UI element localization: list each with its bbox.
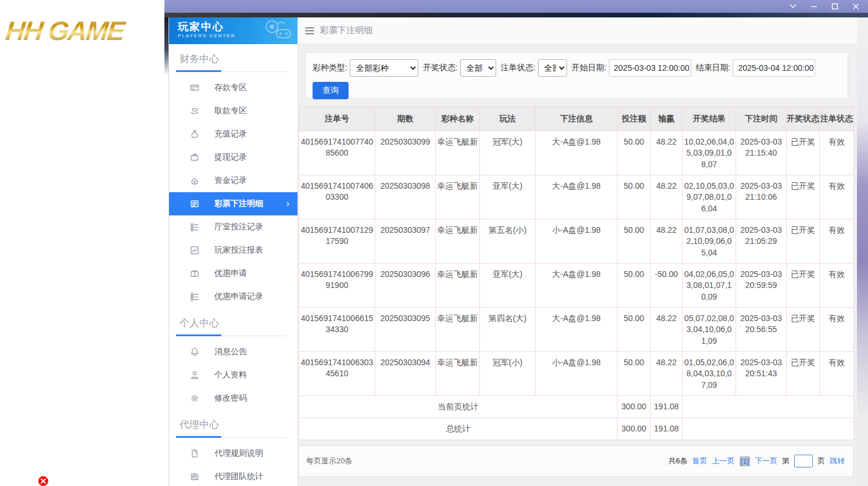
column-header: 注单状态 xyxy=(820,107,854,131)
section-title: 代理中心 xyxy=(169,418,297,432)
table-cell: 2025-03-03 21:10:06 xyxy=(736,175,787,219)
person-icon xyxy=(190,370,199,380)
table-cell: 有效 xyxy=(820,352,854,396)
moneybag-icon xyxy=(190,129,199,139)
section-items: 消息公告 › 个人资料 › 修改密码 › xyxy=(169,340,297,410)
sidebar-item-label: 资金记录 xyxy=(214,175,247,186)
table-cell: 大-A盘@1.98 xyxy=(536,175,618,219)
table-cell: 已开奖 xyxy=(787,264,820,308)
sidebar-item[interactable]: 优惠申请记录 › xyxy=(169,285,297,308)
table-row: 40156917410067999190020250303096幸运飞艇新亚军(… xyxy=(299,264,854,308)
summary-row: 当前页统计300.00191.08 xyxy=(299,396,854,418)
section-items: 代理规则说明 › 代理团队统计 › xyxy=(169,442,297,486)
sidebar-item[interactable]: 充值记录 › xyxy=(169,123,297,146)
table-cell: 401569174100661534330 xyxy=(299,308,375,352)
sidebar-item[interactable]: 厅室投注记录 › xyxy=(169,215,297,239)
first-page-link[interactable]: 首页 xyxy=(693,456,708,466)
table-cell: 已开奖 xyxy=(787,219,820,264)
sidebar-item[interactable]: 修改密码 › xyxy=(169,387,297,410)
table-cell: 冠军(小) xyxy=(480,352,536,396)
table-cell: 401569174100712917590 xyxy=(299,219,375,264)
chevron-right-icon: › xyxy=(286,192,289,215)
content-topbar: 彩票下注明细 xyxy=(298,17,857,44)
sidebar-item[interactable]: 个人资料 › xyxy=(169,363,297,387)
sidebar-item[interactable]: 取款专区 › xyxy=(169,99,297,123)
column-header: 期数 xyxy=(375,107,436,131)
error-close-icon[interactable] xyxy=(38,476,48,486)
table-cell: 有效 xyxy=(820,219,854,264)
table-cell: -50.00 xyxy=(651,264,683,308)
window-frame-right xyxy=(857,17,868,486)
purse-icon xyxy=(190,153,199,162)
sidebar-item[interactable]: 玩家投注报表 › xyxy=(169,239,297,262)
jump-suffix-text: 页 xyxy=(817,456,825,466)
maximize-icon[interactable] xyxy=(831,2,839,10)
minimize-icon[interactable] xyxy=(810,2,818,10)
table-cell: 20250303094 xyxy=(375,352,436,396)
sidebar-item[interactable]: 存款专区 › xyxy=(169,76,297,99)
summary-row: 总统计300.00191.08 xyxy=(299,418,854,440)
order-status-select[interactable]: 全部 xyxy=(538,59,567,77)
jump-button[interactable]: 跳转 xyxy=(830,456,845,466)
sidebar-item-label: 提现记录 xyxy=(214,152,247,163)
table-cell: 冠军(大) xyxy=(480,131,536,175)
window-frame-left xyxy=(164,17,168,75)
sidebar-header: 玩家中心 PLAYERS CENTER xyxy=(169,17,297,44)
table-cell: 有效 xyxy=(820,264,854,308)
sidebar-item[interactable]: 代理规则说明 › xyxy=(169,442,297,465)
sidebar-item[interactable]: 彩票下注明细 › xyxy=(169,192,297,215)
sidebar-item-label: 个人资料 xyxy=(214,370,247,380)
close-icon[interactable] xyxy=(852,2,860,10)
prev-page-link[interactable]: 上一页 xyxy=(712,456,735,466)
sidebar-item-label: 取款专区 xyxy=(214,106,247,116)
sidebar-item-label: 优惠申请 xyxy=(214,268,247,279)
summary-label: 总统计 xyxy=(299,418,618,440)
section-title: 个人中心 xyxy=(169,316,297,330)
table-cell: 02,10,05,03,09,07,08,01,06,04 xyxy=(683,175,736,219)
sidebar-section: 财务中心 存款专区 › 取款专区 › 充值记录 › 提现记录 › 资金记录 › … xyxy=(169,52,297,308)
table-cell: 小-A盘@1.98 xyxy=(536,352,618,396)
next-page-link[interactable]: 下一页 xyxy=(755,456,777,466)
table-cell: 已开奖 xyxy=(787,352,820,396)
sidebar-section: 个人中心 消息公告 › 个人资料 › 修改密码 › xyxy=(169,316,297,410)
table-cell: 2025-03-03 20:56:55 xyxy=(736,308,787,352)
table-cell: 10,02,06,04,05,03,09,01,08,07 xyxy=(683,131,736,175)
current-page-badge: [1] xyxy=(740,456,750,466)
table-cell: 20250303096 xyxy=(375,264,436,308)
sidebar-item[interactable]: 资金记录 › xyxy=(169,169,297,192)
draw-status-select[interactable]: 全部 xyxy=(460,59,496,77)
window-titlebar xyxy=(164,0,868,13)
start-date-input[interactable] xyxy=(609,59,691,77)
sidebar-item[interactable]: 代理团队统计 › xyxy=(169,465,297,486)
table-cell: 2025-03-03 21:15:40 xyxy=(736,131,787,175)
hamburger-icon[interactable] xyxy=(305,27,314,34)
table-cell: 亚军(大) xyxy=(480,175,536,219)
table-cell: 50.00 xyxy=(618,175,651,219)
lottery-type-select[interactable]: 全部彩种 xyxy=(350,59,418,77)
sidebar-item[interactable]: 优惠申请 › xyxy=(169,262,297,285)
table-cell: 20250303099 xyxy=(375,131,436,175)
end-date-label: 结束日期: xyxy=(696,63,731,73)
bank-card-icon xyxy=(190,83,199,92)
table-cell: 20250303095 xyxy=(375,308,436,352)
summary-winloss-total: 191.08 xyxy=(651,418,683,440)
page-jump-input[interactable] xyxy=(794,455,813,467)
query-button[interactable]: 查询 xyxy=(313,82,349,99)
summary-bet-total: 300.00 xyxy=(618,396,651,418)
table-cell: 20250303097 xyxy=(375,219,436,264)
sidebar-sections: 财务中心 存款专区 › 取款专区 › 充值记录 › 提现记录 › 资金记录 › … xyxy=(169,52,297,486)
sidebar-item-label: 玩家投注报表 xyxy=(214,245,263,255)
end-date-input[interactable] xyxy=(733,59,815,77)
sidebar-item[interactable]: 提现记录 › xyxy=(169,146,297,169)
page-size-text: 每页显示20条 xyxy=(306,456,352,466)
table-cell: 01,05,02,06,08,04,03,10,07,09 xyxy=(683,352,736,396)
bell-icon xyxy=(190,347,199,357)
table-cell: 已开奖 xyxy=(787,131,820,175)
sidebar-item[interactable]: 消息公告 › xyxy=(169,340,297,363)
table-cell: 48.22 xyxy=(651,219,683,264)
column-header: 开奖状态 xyxy=(787,107,820,131)
filter-panel: 彩种类型: 全部彩种 开奖状态: 全部 注单状态: 全部 开始日期: 结束日期:… xyxy=(305,52,848,99)
sidebar-item-label: 代理规则说明 xyxy=(214,448,263,459)
chevron-down-icon[interactable] xyxy=(789,2,797,10)
pagination-bar: 每页显示20条 共6条 首页 上一页 [1] 下一页 第 页 跳转 xyxy=(299,445,853,477)
